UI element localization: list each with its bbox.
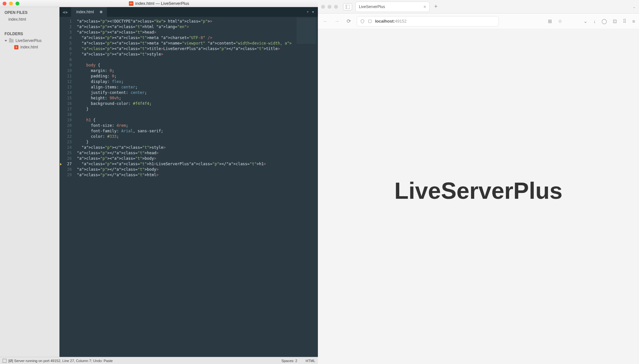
browser-tab-title: LiveServerPlus bbox=[359, 5, 385, 9]
folder-root[interactable]: LiveServerPlus bbox=[0, 37, 59, 44]
sidebar-icon bbox=[345, 5, 350, 9]
open-files-heading: OPEN FILES bbox=[0, 7, 59, 16]
line-gutter: 1234567891011121314151617181920212223242… bbox=[59, 17, 75, 357]
zoom-window-button[interactable] bbox=[16, 2, 19, 5]
browser-close-button[interactable] bbox=[321, 5, 325, 9]
browser-viewport: LiveServerPlus bbox=[318, 29, 639, 364]
close-window-button[interactable] bbox=[3, 2, 6, 5]
save-pocket-button[interactable]: ⌄ bbox=[583, 18, 588, 24]
shield-icon bbox=[360, 19, 365, 24]
file-item[interactable]: 5 index.html bbox=[0, 44, 59, 50]
editor-tab-label: index.html bbox=[76, 10, 94, 14]
menu-button[interactable]: ≡ bbox=[632, 18, 635, 24]
browser-traffic-lights bbox=[321, 5, 338, 9]
traffic-lights bbox=[3, 2, 19, 5]
browser-tabbar: LiveServerPlus × + ⌄ bbox=[318, 0, 639, 14]
panel-icon[interactable] bbox=[3, 359, 6, 363]
toolbar-right: ⊞ ☆ ⌄ ↓ ◯ ⊡ ⠿ ≡ bbox=[548, 18, 635, 24]
status-bar: [Ø] Server running on port 49152, Line 2… bbox=[0, 357, 318, 364]
open-file-label: index.html bbox=[8, 17, 26, 22]
status-language[interactable]: HTML bbox=[306, 359, 315, 363]
file-type-icon: <> bbox=[129, 1, 133, 6]
editor-tab[interactable]: index.html bbox=[71, 7, 107, 17]
editor-window: <> index.html — LiveServerPlus OPEN FILE… bbox=[0, 0, 318, 364]
minimap-preview bbox=[297, 18, 316, 44]
account-button[interactable]: ◯ bbox=[602, 18, 607, 24]
svg-rect-2 bbox=[369, 20, 372, 23]
extensions-button[interactable]: ⊡ bbox=[613, 18, 617, 24]
reload-button[interactable]: ⟳ bbox=[345, 18, 352, 24]
tab-menu-button[interactable]: ▾ bbox=[312, 10, 314, 14]
html-file-icon: 5 bbox=[14, 45, 18, 49]
app-grid-button[interactable]: ⠿ bbox=[623, 18, 626, 24]
browser-zoom-button[interactable] bbox=[334, 5, 338, 9]
status-spaces[interactable]: Spaces: 2 bbox=[281, 359, 297, 363]
tab-overflow-button[interactable]: ⌄ bbox=[633, 5, 636, 9]
tab-actions: + ▾ bbox=[307, 7, 318, 17]
svg-rect-0 bbox=[345, 5, 350, 9]
minimap[interactable] bbox=[292, 17, 318, 357]
page-heading: LiveServerPlus bbox=[394, 177, 562, 204]
code-text[interactable]: "a">class="p"><!DOCTYPE"a">class="kw"> h… bbox=[75, 17, 318, 357]
browser-tab[interactable]: LiveServerPlus × bbox=[355, 2, 430, 12]
folder-label: LiveServerPlus bbox=[16, 38, 42, 43]
minimize-window-button[interactable] bbox=[9, 2, 13, 5]
forward-button[interactable]: → bbox=[333, 18, 340, 24]
browser-toolbar: ← → ⟳ localhost:49152 ⊞ ☆ ⌄ ↓ ◯ ⊡ ⠿ ≡ bbox=[318, 14, 639, 29]
site-info-icon bbox=[368, 19, 372, 23]
tab-history-nav[interactable]: ◀▶ bbox=[59, 7, 71, 17]
editor-tabs: ◀▶ index.html + ▾ bbox=[59, 7, 318, 17]
address-bar[interactable]: localhost:49152 bbox=[357, 16, 499, 26]
folders-heading: FOLDERS bbox=[0, 28, 59, 37]
browser-minimize-button[interactable] bbox=[328, 5, 331, 9]
reader-view-button[interactable]: ⊞ bbox=[548, 18, 552, 24]
window-title: <> index.html — LiveServerPlus bbox=[0, 1, 318, 6]
editor-titlebar: <> index.html — LiveServerPlus bbox=[0, 0, 318, 7]
dirty-indicator-icon bbox=[100, 11, 102, 13]
downloads-button[interactable]: ↓ bbox=[593, 18, 596, 24]
code-area[interactable]: 1234567891011121314151617181920212223242… bbox=[59, 17, 318, 357]
folder-icon bbox=[9, 39, 14, 43]
url-text: localhost:49152 bbox=[375, 19, 407, 24]
code-editor-pane: ◀▶ index.html + ▾ 1234567891011121314151… bbox=[59, 7, 318, 357]
status-message: [Ø] Server running on port 49152, Line 2… bbox=[8, 359, 113, 363]
open-file-item[interactable]: index.html bbox=[0, 16, 59, 23]
bookmark-button[interactable]: ☆ bbox=[558, 18, 562, 24]
tab-close-button[interactable]: × bbox=[424, 4, 426, 9]
new-tab-button[interactable]: + bbox=[434, 3, 438, 10]
file-label: index.html bbox=[20, 45, 38, 49]
back-button[interactable]: ← bbox=[322, 18, 329, 24]
sidebar-toggle-button[interactable] bbox=[343, 3, 352, 10]
browser-window: LiveServerPlus × + ⌄ ← → ⟳ localhost:491… bbox=[318, 0, 639, 364]
new-tab-button[interactable]: + bbox=[307, 10, 309, 14]
chevron-down-icon bbox=[5, 40, 7, 42]
sidebar: OPEN FILES index.html FOLDERS LiveServer… bbox=[0, 7, 59, 357]
window-title-text: index.html — LiveServerPlus bbox=[135, 1, 189, 6]
